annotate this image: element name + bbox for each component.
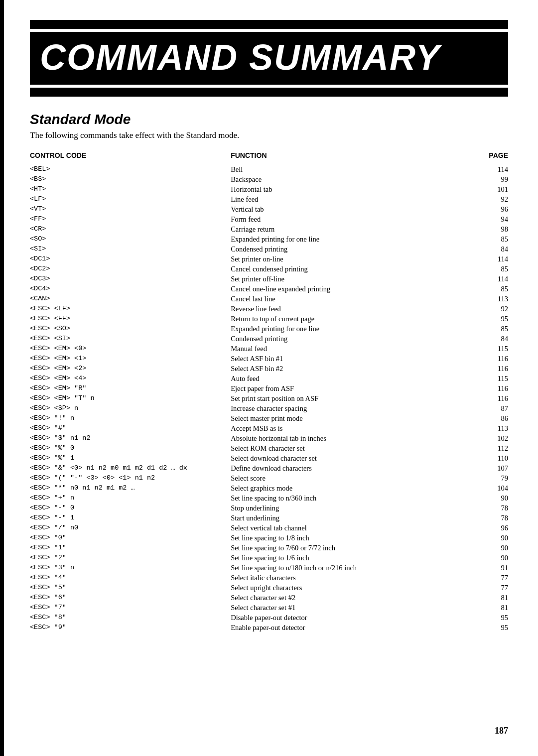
table-row: <LF>Line feed92 — [30, 194, 508, 204]
cell-page: 116 — [446, 354, 508, 364]
cell-page: 79 — [446, 473, 508, 483]
table-row: <VT>Vertical tab96 — [30, 204, 508, 214]
cell-code: <ESC> "/" n0 — [30, 523, 231, 533]
table-row: <ESC> "-" 0Stop underlining78 — [30, 503, 508, 513]
cell-code: <ESC> <SP> n — [30, 403, 231, 413]
cell-function: Set line spacing to n/360 inch — [231, 493, 446, 503]
table-row: <ESC> "6"Select character set #281 — [30, 593, 508, 603]
cell-function: Horizontal tab — [231, 184, 446, 194]
cell-code: <ESC> <SO> — [30, 324, 231, 334]
cell-code: <ESC> <EM> <0> — [30, 344, 231, 354]
cell-code: <ESC> "#" — [30, 423, 231, 433]
cell-code: <ESC> <EM> <4> — [30, 374, 231, 383]
table-row: <ESC> "*" n0 n1 n2 m1 m2 …Select graphic… — [30, 483, 508, 493]
cell-page: 99 — [446, 174, 508, 184]
cell-page: 78 — [446, 513, 508, 523]
cell-code: <ESC> "1" — [30, 543, 231, 553]
cell-function: Select character set #2 — [231, 593, 446, 603]
table-row: <CAN>Cancel last line113 — [30, 294, 508, 304]
cell-code: <DC3> — [30, 274, 231, 284]
table-row: <ESC> <SO>Expanded printing for one line… — [30, 324, 508, 334]
cell-function: Define download characters — [231, 463, 446, 473]
table-row: <ESC> "4"Select italic characters77 — [30, 573, 508, 583]
cell-code: <ESC> <LF> — [30, 304, 231, 314]
table-row: <DC1>Set printer on-line114 — [30, 254, 508, 264]
cell-page: 85 — [446, 234, 508, 244]
cell-page: 85 — [446, 324, 508, 334]
cell-page: 110 — [446, 453, 508, 463]
table-row: <ESC> "2"Set line spacing to 1/6 inch90 — [30, 553, 508, 563]
cell-page: 86 — [446, 413, 508, 423]
cell-page: 90 — [446, 493, 508, 503]
table-row: <HT>Horizontal tab101 — [30, 184, 508, 194]
cell-page: 114 — [446, 164, 508, 174]
cell-code: <ESC> "!" n — [30, 413, 231, 423]
cell-page: 114 — [446, 254, 508, 264]
table-row: <ESC> <EM> "T" nSet print start position… — [30, 393, 508, 403]
cell-page: 85 — [446, 264, 508, 274]
left-bar — [0, 0, 4, 756]
table-row: <BEL>Bell114 — [30, 164, 508, 174]
table-row: <ESC> "&" <0> n1 n2 m0 m1 m2 d1 d2 … dxD… — [30, 463, 508, 473]
table-row: <ESC> "/" n0Select vertical tab channel9… — [30, 523, 508, 533]
cell-page: 94 — [446, 214, 508, 224]
page-number: 187 — [495, 726, 508, 736]
cell-function: Set line spacing to 1/8 inch — [231, 533, 446, 543]
cell-function: Line feed — [231, 194, 446, 204]
table-row: <ESC> "3" nSet line spacing to n/180 inc… — [30, 563, 508, 573]
cell-function: Select download character set — [231, 453, 446, 463]
cell-function: Start underlining — [231, 513, 446, 523]
cell-function: Set print start position on ASF — [231, 393, 446, 403]
cell-function: Set line spacing to 7/60 or 7/72 inch — [231, 543, 446, 553]
cell-page: 95 — [446, 314, 508, 324]
table-row: <ESC> <SP> nIncrease character spacing87 — [30, 403, 508, 413]
cell-code: <ESC> <EM> "R" — [30, 383, 231, 393]
cell-page: 77 — [446, 573, 508, 583]
cell-code: <ESC> <EM> "T" n — [30, 393, 231, 403]
table-row: <ESC> "%" 1Select download character set… — [30, 453, 508, 463]
cell-page: 107 — [446, 463, 508, 473]
table-row: <ESC> <EM> <0>Manual feed115 — [30, 344, 508, 354]
cell-page: 78 — [446, 503, 508, 513]
cell-function: Select upright characters — [231, 583, 446, 593]
table-row: <ESC> "1"Set line spacing to 7/60 or 7/7… — [30, 543, 508, 553]
section-heading: Standard Mode — [30, 112, 508, 127]
cell-code: <FF> — [30, 214, 231, 224]
table-row: <ESC> <EM> "R"Eject paper from ASF116 — [30, 383, 508, 393]
header-code: CONTROL CODE — [30, 151, 231, 164]
table-row: <ESC> "5"Select upright characters77 — [30, 583, 508, 593]
table-header-row: CONTROL CODE FUNCTION PAGE — [30, 151, 508, 164]
cell-page: 77 — [446, 583, 508, 593]
cell-page: 101 — [446, 184, 508, 194]
cell-code: <CR> — [30, 224, 231, 234]
cell-page: 87 — [446, 403, 508, 413]
cell-function: Bell — [231, 164, 446, 174]
cell-function: Increase character spacing — [231, 403, 446, 413]
cell-code: <LF> — [30, 194, 231, 204]
cell-page: 84 — [446, 244, 508, 254]
command-table: CONTROL CODE FUNCTION PAGE <BEL>Bell114<… — [30, 151, 508, 632]
table-row: <DC3>Set printer off-line114 — [30, 274, 508, 284]
bottom-bar — [30, 88, 508, 97]
cell-function: Cancel one-line expanded printing — [231, 284, 446, 294]
cell-function: Form feed — [231, 214, 446, 224]
cell-code: <BEL> — [30, 164, 231, 174]
cell-function: Cancel condensed printing — [231, 264, 446, 274]
cell-code: <DC1> — [30, 254, 231, 264]
cell-code: <VT> — [30, 204, 231, 214]
cell-code: <ESC> "-" 0 — [30, 503, 231, 513]
cell-code: <ESC> "*" n0 n1 n2 m1 m2 … — [30, 483, 231, 493]
cell-function: Select master print mode — [231, 413, 446, 423]
cell-function: Carriage return — [231, 224, 446, 234]
cell-function: Set line spacing to n/180 inch or n/216 … — [231, 563, 446, 573]
cell-function: Stop underlining — [231, 503, 446, 513]
cell-page: 102 — [446, 433, 508, 443]
table-row: <ESC> "%" 0Select ROM character set112 — [30, 443, 508, 453]
cell-code: <ESC> "3" n — [30, 563, 231, 573]
cell-page: 115 — [446, 344, 508, 354]
cell-function: Vertical tab — [231, 204, 446, 214]
table-row: <ESC> "0"Set line spacing to 1/8 inch90 — [30, 533, 508, 543]
cell-function: Auto feed — [231, 374, 446, 383]
cell-page: 95 — [446, 613, 508, 623]
table-row: <ESC> <EM> <1>Select ASF bin #1116 — [30, 354, 508, 364]
